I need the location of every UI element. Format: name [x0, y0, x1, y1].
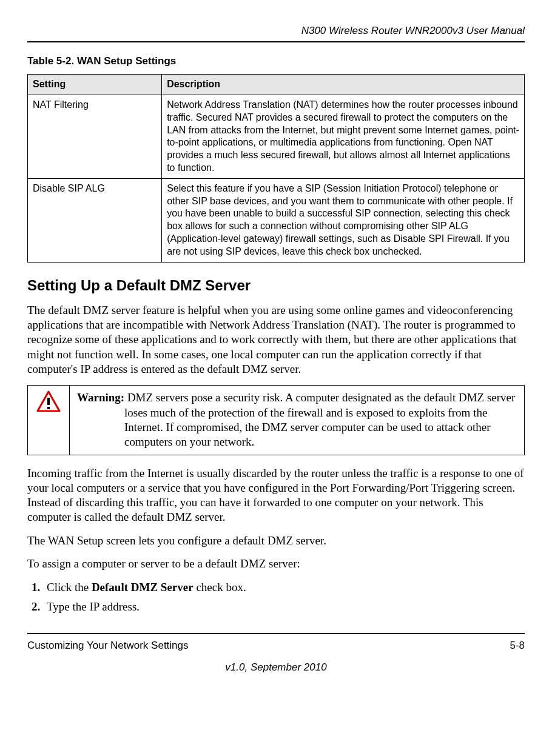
step-text: check box. — [194, 581, 246, 594]
body-paragraph: Incoming traffic from the Internet is us… — [27, 466, 525, 525]
table-header-description: Description — [162, 75, 525, 95]
section-heading: Setting Up a Default DMZ Server — [27, 276, 525, 295]
footer-version: v1.0, September 2010 — [27, 661, 525, 674]
steps-list: Click the Default DMZ Server check box. … — [27, 580, 525, 614]
table-cell-description: Network Address Translation (NAT) determ… — [162, 95, 525, 178]
table-row: Disable SIP ALG Select this feature if y… — [28, 178, 525, 262]
table-cell-description: Select this feature if you have a SIP (S… — [162, 178, 525, 262]
step-text: Click the — [47, 581, 92, 594]
warning-icon-cell — [28, 386, 70, 455]
table-caption: Table 5-2. WAN Setup Settings — [27, 55, 525, 68]
table-row: NAT Filtering Network Address Translatio… — [28, 95, 525, 178]
body-paragraph: The default DMZ server feature is helpfu… — [27, 303, 525, 377]
table-cell-setting: Disable SIP ALG — [28, 178, 162, 262]
footer-right: 5-8 — [510, 639, 525, 652]
step-item: Click the Default DMZ Server check box. — [43, 580, 525, 595]
svg-rect-1 — [47, 398, 50, 405]
step-item: Type the IP address. — [43, 599, 525, 615]
page-header-title: N300 Wireless Router WNR2000v3 User Manu… — [27, 24, 525, 38]
footer-rule — [27, 633, 525, 634]
table-cell-setting: NAT Filtering — [28, 95, 162, 178]
body-paragraph: The WAN Setup screen lets you configure … — [27, 534, 525, 548]
footer-left: Customizing Your Network Settings — [27, 639, 189, 652]
warning-icon — [36, 390, 61, 416]
wan-settings-table: Setting Description NAT Filtering Networ… — [27, 74, 525, 262]
warning-text-cell: Warning: DMZ servers pose a security ris… — [70, 386, 525, 455]
warning-box: Warning: DMZ servers pose a security ris… — [27, 385, 525, 455]
warning-label: Warning: — [77, 391, 124, 404]
warning-body: DMZ servers pose a security risk. A comp… — [124, 391, 515, 448]
page-footer: Customizing Your Network Settings 5-8 v1… — [27, 633, 525, 674]
svg-rect-2 — [47, 407, 50, 409]
body-paragraph: To assign a computer or server to be a d… — [27, 557, 525, 571]
step-bold: Default DMZ Server — [92, 581, 194, 594]
header-rule — [27, 41, 525, 42]
table-header-setting: Setting — [28, 75, 162, 95]
